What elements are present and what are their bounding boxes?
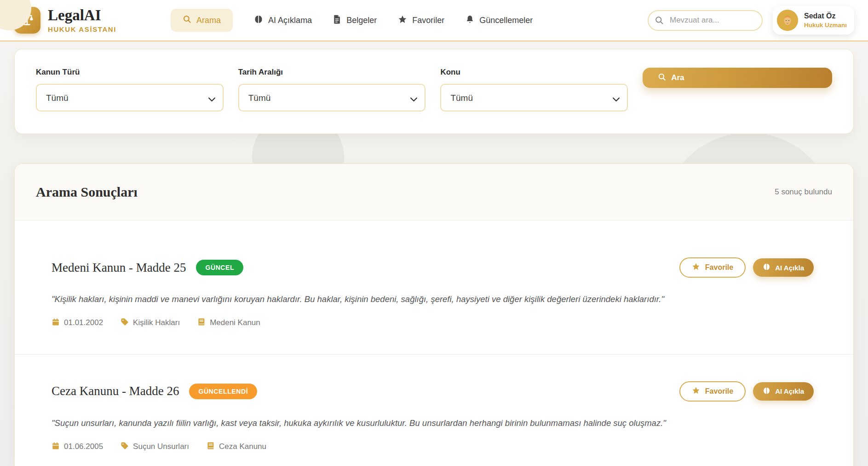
favorite-button-label: Favorile bbox=[705, 387, 733, 396]
avatar bbox=[777, 10, 798, 31]
star-icon bbox=[398, 15, 407, 26]
calendar-icon bbox=[52, 318, 60, 328]
result-tag-label: Suçun Unsurları bbox=[133, 442, 189, 451]
brain-icon bbox=[763, 387, 770, 396]
result-tag: Kişilik Hakları bbox=[121, 318, 180, 328]
results-header: Arama Sonuçları 5 sonuç bulundu bbox=[15, 164, 853, 221]
select-wrap: Tümü bbox=[36, 84, 224, 111]
header-search bbox=[648, 10, 763, 31]
brain-icon bbox=[254, 15, 263, 26]
nav-label: Güncellemeler bbox=[479, 16, 533, 25]
app-subtitle: HUKUK ASİSTANI bbox=[48, 25, 116, 33]
nav-label: AI Açıklama bbox=[268, 16, 312, 25]
result-actions: Favorile AI Açıkla bbox=[679, 257, 814, 278]
bell-icon bbox=[466, 15, 474, 26]
main-content: Kanun Türü Tümü Tarih Aralığı Tümü bbox=[0, 49, 868, 466]
filter-bar: Kanun Türü Tümü Tarih Aralığı Tümü bbox=[14, 49, 854, 134]
status-badge: GÜNCEL bbox=[196, 260, 243, 275]
result-source-label: Ceza Kanunu bbox=[219, 442, 266, 451]
user-role: Hukuk Uzmanı bbox=[804, 22, 847, 29]
calendar-icon bbox=[52, 442, 60, 452]
app-title: LegalAI bbox=[48, 7, 116, 23]
brain-icon bbox=[763, 263, 770, 272]
result-title: Ceza Kanunu - Madde 26 bbox=[52, 384, 179, 398]
ai-explain-button[interactable]: AI Açıkla bbox=[753, 258, 814, 277]
filter-label: Tarih Aralığı bbox=[238, 68, 426, 77]
filter-label: Kanun Türü bbox=[36, 68, 224, 77]
results-title: Arama Sonuçları bbox=[36, 184, 138, 200]
search-results-panel: Arama Sonuçları 5 sonuç bulundu Medeni K… bbox=[14, 163, 854, 466]
select-wrap: Tümü bbox=[238, 84, 426, 111]
nav-item-ai-aciklama[interactable]: AI Açıklama bbox=[254, 9, 312, 32]
result-meta: 01.01.2002 Kişilik Hakları Medeni Kanun bbox=[52, 318, 814, 328]
result-source: Ceza Kanunu bbox=[207, 442, 266, 452]
favorite-button[interactable]: Favorile bbox=[679, 381, 746, 402]
brand-text: LegalAI HUKUK ASİSTANI bbox=[48, 7, 116, 34]
results-count: 5 sonuç bulundu bbox=[775, 187, 832, 197]
tag-icon bbox=[121, 442, 129, 452]
result-date: 01.06.2005 bbox=[52, 442, 103, 452]
nav-label: Arama bbox=[196, 16, 221, 25]
result-source: Medeni Kanun bbox=[197, 318, 260, 328]
nav-item-belgeler[interactable]: Belgeler bbox=[333, 9, 377, 32]
select-wrap: Tümü bbox=[440, 84, 628, 111]
kanun-turu-select[interactable]: Tümü bbox=[36, 84, 224, 111]
search-icon bbox=[183, 15, 191, 26]
main-nav: Arama AI Açıklama Belgeler Favoriler Gün… bbox=[171, 9, 533, 32]
result-item-header: Medeni Kanun - Madde 25 GÜNCEL Favorile bbox=[52, 257, 814, 278]
konu-select[interactable]: Tümü bbox=[440, 84, 628, 111]
header-search-input[interactable] bbox=[648, 10, 763, 31]
result-date-label: 01.06.2005 bbox=[64, 442, 103, 451]
search-button-label: Ara bbox=[671, 73, 684, 82]
status-badge: GÜNCELLENDİ bbox=[189, 384, 257, 399]
result-meta: 01.06.2005 Suçun Unsurları Ceza Kanunu bbox=[52, 442, 814, 452]
favorite-button[interactable]: Favorile bbox=[679, 257, 746, 278]
result-source-label: Medeni Kanun bbox=[210, 318, 260, 327]
user-info: Sedat Öz Hukuk Uzmanı bbox=[804, 12, 847, 29]
nav-item-guncellemeler[interactable]: Güncellemeler bbox=[466, 9, 533, 32]
nav-label: Belgeler bbox=[346, 16, 377, 25]
result-title: Medeni Kanun - Madde 25 bbox=[52, 261, 186, 275]
result-item-header: Ceza Kanunu - Madde 26 GÜNCELLENDİ Favor… bbox=[52, 381, 814, 402]
user-profile-chip[interactable]: Sedat Öz Hukuk Uzmanı bbox=[773, 6, 854, 35]
nav-item-favoriler[interactable]: Favoriler bbox=[398, 9, 444, 32]
app-header: LegalAI HUKUK ASİSTANI Arama AI Açıklama… bbox=[0, 0, 868, 41]
filter-label: Konu bbox=[440, 68, 628, 77]
result-actions: Favorile AI Açıkla bbox=[679, 381, 814, 402]
search-submit-button[interactable]: Ara bbox=[643, 68, 832, 88]
result-title-group: Medeni Kanun - Madde 25 GÜNCEL bbox=[52, 260, 243, 275]
nav-label: Favoriler bbox=[412, 16, 444, 25]
tag-icon bbox=[121, 318, 129, 328]
filter-field-tarih-araligi: Tarih Aralığı Tümü bbox=[238, 68, 426, 111]
favorite-button-label: Favorile bbox=[705, 263, 733, 272]
filter-field-konu: Konu Tümü bbox=[440, 68, 628, 111]
book-icon bbox=[207, 442, 215, 452]
star-icon bbox=[692, 262, 700, 273]
result-title-group: Ceza Kanunu - Madde 26 GÜNCELLENDİ bbox=[52, 384, 257, 399]
document-icon bbox=[333, 15, 341, 26]
search-icon bbox=[658, 73, 666, 83]
result-quote: "Kişilik hakları, kişinin maddi ve manev… bbox=[52, 293, 814, 305]
result-item: Ceza Kanunu - Madde 26 GÜNCELLENDİ Favor… bbox=[15, 354, 853, 466]
ai-button-label: AI Açıkla bbox=[775, 264, 804, 272]
book-icon bbox=[197, 318, 206, 328]
result-tag-label: Kişilik Hakları bbox=[133, 318, 180, 327]
result-quote: "Suçun unsurları, kanunda yazılı fiilin … bbox=[52, 417, 814, 429]
result-item: Medeni Kanun - Madde 25 GÜNCEL Favorile bbox=[15, 221, 853, 354]
ai-explain-button[interactable]: AI Açıkla bbox=[753, 382, 814, 401]
result-tag: Suçun Unsurları bbox=[121, 442, 189, 452]
user-name: Sedat Öz bbox=[804, 12, 847, 20]
tarih-araligi-select[interactable]: Tümü bbox=[238, 84, 426, 111]
nav-item-arama[interactable]: Arama bbox=[171, 9, 233, 32]
search-icon bbox=[655, 16, 664, 27]
result-date-label: 01.01.2002 bbox=[64, 318, 103, 327]
star-icon bbox=[692, 386, 700, 396]
ai-button-label: AI Açıkla bbox=[775, 387, 804, 395]
filter-field-kanun-turu: Kanun Türü Tümü bbox=[36, 68, 224, 111]
result-date: 01.01.2002 bbox=[52, 318, 103, 328]
